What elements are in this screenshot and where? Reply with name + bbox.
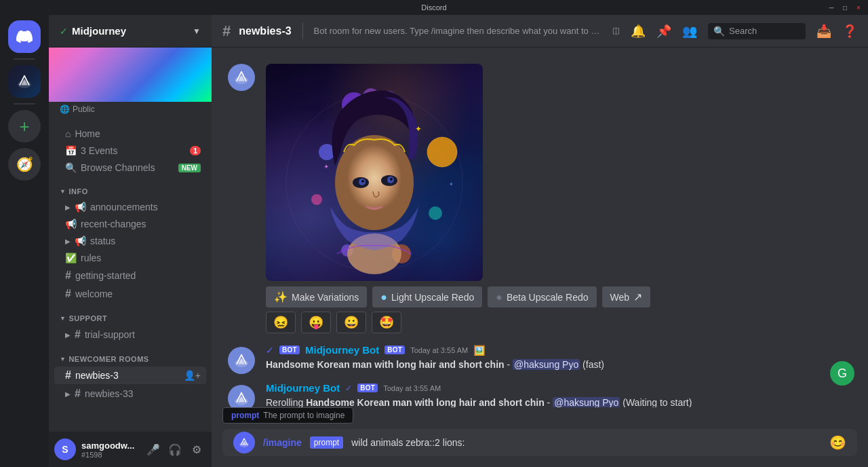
make-variations-button[interactable]: ✨ Make Variations — [266, 286, 367, 307]
section-newcomer[interactable]: ▼ NEWCOMER ROOMS — [49, 344, 212, 366]
svg-point-14 — [335, 135, 414, 230]
verified-icon-3: ✓ — [345, 384, 352, 393]
mention-3: @haksung Pyo — [553, 397, 620, 407]
svg-point-19 — [361, 180, 364, 183]
message-header-3: Midjourney Bot ✓ BOT Today at 3:55 AM — [266, 382, 852, 394]
user-discriminator: #1598 — [81, 451, 138, 459]
channel-trial-support[interactable]: ▶ # trial-support — [54, 326, 206, 343]
deafen-button[interactable]: 🎧 — [165, 440, 184, 459]
light-upscale-redo-button[interactable]: ● Light Upscale Redo — [372, 286, 482, 307]
channel-newbies-3[interactable]: # newbies-3 👤+ — [54, 367, 206, 384]
web-button[interactable]: Web ↗ — [602, 286, 651, 307]
server-separator — [14, 58, 35, 60]
add-server-button[interactable]: + — [8, 110, 41, 143]
beta-upscale-redo-button[interactable]: ● Beta Upscale Redo — [488, 286, 596, 307]
server-icon-midjourney[interactable] — [8, 65, 41, 98]
search-icon: 🔍 — [713, 26, 725, 37]
caret-icon: ▶ — [65, 204, 71, 211]
channel-newbies-33[interactable]: ▶ # newbies-33 — [54, 385, 206, 403]
reaction-distressed[interactable]: 😖 — [266, 312, 296, 333]
bot-avatar-3 — [228, 385, 255, 407]
messages-area[interactable]: ✦ ✦ ✦ ✨ Make Va — [212, 48, 868, 407]
bot-badge-3: BOT — [357, 384, 378, 392]
channel-status[interactable]: ▶ 📢 status — [54, 233, 206, 249]
verified-icon: ✓ — [266, 345, 274, 356]
close-button[interactable]: × — [854, 3, 863, 12]
minimize-button[interactable]: ─ — [827, 3, 835, 12]
notification-icon[interactable]: 🔔 — [631, 24, 646, 39]
scroll-to-bottom-button[interactable]: G — [830, 361, 854, 386]
action-buttons: ✨ Make Variations ● Light Upscale Redo ●… — [266, 286, 852, 307]
user-controls: 🎤 🎧 ⚙ — [144, 440, 206, 459]
caret-icon-trial: ▶ — [65, 331, 71, 339]
message-header-2: ✓ BOT Midjourney Bot BOT Today at 3:55 A… — [266, 344, 852, 356]
svg-text:✦: ✦ — [415, 124, 422, 134]
channel-welcome[interactable]: # welcome — [54, 285, 206, 303]
hash-icon-ts: # — [75, 329, 81, 341]
svg-text:✦: ✦ — [323, 163, 329, 170]
nav-home[interactable]: ⌂ Home — [54, 126, 206, 142]
external-link-icon: ↗ — [633, 291, 642, 303]
chevron-icon-support: ▼ — [60, 315, 66, 322]
help-icon[interactable]: ❓ — [842, 24, 857, 39]
discover-button[interactable]: 🧭 — [8, 148, 41, 181]
emoji-reactions: 😖 😛 😀 🤩 — [266, 312, 852, 333]
hash-icon-w: # — [65, 288, 71, 300]
channel-recent-changes[interactable]: 📢 recent-changes — [54, 216, 206, 232]
maximize-button[interactable]: □ — [841, 3, 849, 12]
inbox-icon[interactable]: 📥 — [816, 24, 831, 39]
message-row: ✦ ✦ ✦ ✨ Make Va — [222, 58, 857, 335]
reaction-grin[interactable]: 😀 — [336, 312, 366, 333]
message-input-field[interactable] — [351, 429, 821, 456]
message-row-2: ✓ BOT Midjourney Bot BOT Today at 3:55 A… — [222, 343, 857, 375]
thread-icon[interactable]: ⎅ — [612, 24, 620, 38]
add-member-icon[interactable]: 👤+ — [184, 370, 201, 381]
message-row-3: Midjourney Bot ✓ BOT Today at 3:55 AM Re… — [222, 381, 857, 407]
prompt-tooltip: prompt The prompt to imagine — [222, 407, 353, 424]
message-content: ✦ ✦ ✦ ✨ Make Va — [266, 64, 852, 333]
message-author-2[interactable]: Midjourney Bot — [305, 344, 379, 356]
channel-header-name: newbies-3 — [239, 25, 291, 37]
server-public-label: 🌐 Public — [49, 102, 212, 119]
channel-getting-started[interactable]: # getting-started — [54, 267, 206, 284]
dark-circle-icon: ● — [496, 291, 502, 303]
chevron-down-icon: ▼ — [193, 26, 201, 36]
channel-announcements[interactable]: ▶ 📢 announcements — [54, 199, 206, 215]
verified-icon: ✓ — [60, 26, 68, 37]
settings-button[interactable]: ⚙ — [187, 440, 206, 459]
discord-home-button[interactable] — [8, 20, 41, 53]
main-content: # newbies-3 Bot room for new users. Type… — [212, 15, 868, 467]
mute-button[interactable]: 🎤 — [144, 440, 163, 459]
recent-changes-icon: 📢 — [65, 219, 77, 229]
home-icon: ⌂ — [65, 128, 71, 139]
message-timestamp-2: Today at 3:55 AM — [410, 346, 468, 354]
titlebar-title: Discord — [421, 3, 446, 12]
reaction-star-eyes[interactable]: 🤩 — [372, 312, 401, 333]
section-support[interactable]: ▼ SUPPORT — [49, 303, 212, 325]
channel-sidebar: ✓ Midjourney ▼ 🌐 Public ⌂ Home 📅 3 Event… — [49, 15, 212, 467]
nav-events[interactable]: 📅 3 Events 1 — [54, 143, 206, 159]
search-bar[interactable]: 🔍 Search — [708, 23, 806, 39]
channel-rules[interactable]: ✅ rules — [54, 250, 206, 266]
server-separator-2 — [14, 103, 35, 105]
reaction-tongue[interactable]: 😛 — [301, 312, 331, 333]
image-reference-icon[interactable]: 🖼️ — [473, 345, 485, 356]
pin-icon[interactable]: 📌 — [656, 24, 671, 39]
server-sidebar: + 🧭 — [0, 15, 49, 467]
hash-icon-n3: # — [65, 369, 71, 381]
search-text: Search — [729, 26, 757, 36]
bot-badge: BOT — [279, 345, 300, 354]
members-icon[interactable]: 👥 — [682, 24, 697, 39]
message-content-2: ✓ BOT Midjourney Bot BOT Today at 3:55 A… — [266, 344, 852, 374]
user-area: S samgoodw... #1598 🎤 🎧 ⚙ — [49, 432, 212, 467]
server-header[interactable]: ✓ Midjourney ▼ — [49, 15, 212, 48]
message-author-3[interactable]: Midjourney Bot — [266, 382, 340, 394]
svg-point-10 — [429, 206, 442, 220]
app-container: + 🧭 ✓ Midjourney ▼ 🌐 Public ⌂ Home 📅 — [0, 15, 868, 467]
message-content-3: Midjourney Bot ✓ BOT Today at 3:55 AM Re… — [266, 382, 852, 407]
nav-browse-channels[interactable]: 🔍 Browse Channels NEW — [54, 160, 206, 176]
emoji-button[interactable]: 😊 — [829, 434, 846, 451]
section-info[interactable]: ▼ INFO — [49, 176, 212, 198]
message-text-3: Rerolling Handsome Korean man with long … — [266, 396, 852, 407]
message-input-area: /imagine prompt 😊 — [212, 429, 868, 467]
